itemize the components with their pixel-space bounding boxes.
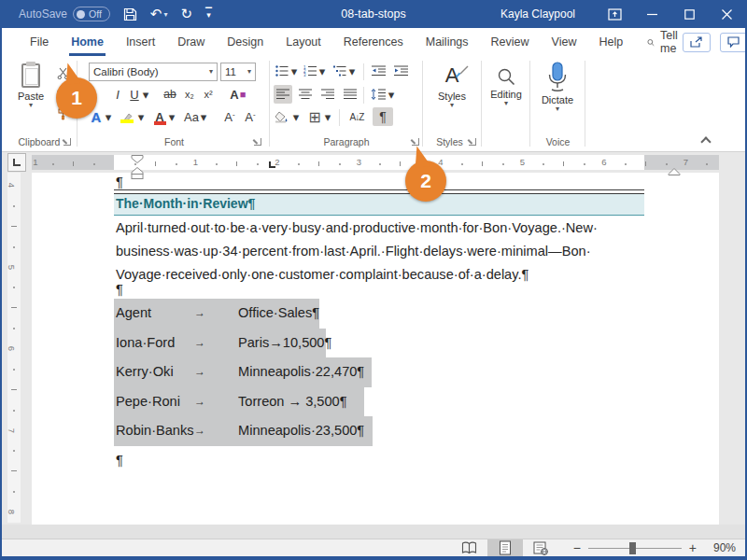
right-indent-marker[interactable] — [668, 162, 681, 179]
read-mode-button[interactable] — [452, 539, 487, 556]
undo-button[interactable]: ↶▾ — [150, 6, 168, 22]
tab-design[interactable]: Design — [216, 28, 275, 56]
text-effects-dropdown-icon[interactable]: ▾ — [105, 107, 112, 126]
align-left-button[interactable] — [274, 85, 292, 104]
editing-dropdown-icon[interactable]: ▾ — [504, 100, 508, 107]
table-row[interactable]: Robin·Banks → Minneapolis·23,500¶ — [114, 416, 674, 446]
decrease-indent-button[interactable] — [369, 62, 388, 80]
grow-font-button[interactable]: Aˆ — [220, 107, 239, 126]
table-row[interactable]: Kerry·Oki → Minneapolis·22,470¶ — [114, 357, 674, 387]
underline-button[interactable]: U — [127, 85, 142, 104]
styles-dropdown-icon[interactable]: ▾ — [450, 102, 454, 109]
styles-dialog-launcher[interactable] — [469, 138, 476, 146]
tab-draw[interactable]: Draw — [166, 28, 216, 56]
increase-indent-button[interactable] — [391, 62, 410, 80]
autosave-toggle[interactable]: Off — [73, 7, 110, 21]
sort-button[interactable]: A↓Z — [345, 107, 369, 126]
save-button[interactable] — [123, 7, 137, 21]
show-hide-formatting-button[interactable]: ¶ — [373, 107, 393, 126]
paragraph-dialog-launcher[interactable] — [412, 138, 419, 146]
strikethrough-button[interactable]: ab — [161, 85, 179, 104]
zoom-in-button[interactable]: + — [689, 541, 697, 554]
highlight-dropdown-icon[interactable]: ▾ — [137, 107, 145, 126]
borders-button[interactable]: ⊞ — [305, 107, 324, 126]
paste-button[interactable]: Paste ▾ — [11, 63, 50, 109]
horizontal-ruler[interactable]: 11234567 — [32, 155, 719, 170]
change-case-dropdown-icon[interactable]: ▾ — [200, 107, 207, 126]
tab-review[interactable]: Review — [480, 28, 541, 56]
line-spacing-button[interactable] — [368, 85, 388, 104]
shrink-font-button[interactable]: Aˇ — [241, 107, 260, 126]
subscript-button[interactable]: x₂ — [181, 85, 198, 104]
maximize-button[interactable] — [670, 0, 708, 28]
share-button[interactable] — [683, 33, 711, 52]
line-spacing-dropdown-icon[interactable]: ▾ — [388, 85, 395, 104]
font-name-dropdown-icon[interactable]: ▾ — [209, 68, 213, 76]
align-right-button[interactable] — [318, 85, 337, 104]
change-case-button[interactable]: Aa — [181, 107, 202, 126]
indent-markers[interactable] — [131, 155, 144, 184]
horizontal-scrollbar[interactable] — [2, 525, 745, 539]
shading-dropdown-icon[interactable]: ▾ — [292, 107, 300, 126]
table-row[interactable]: Iona·Ford → Paris→10,500¶ — [114, 329, 674, 358]
tab-view[interactable]: View — [541, 28, 588, 56]
table-row[interactable]: Pepe·Roni → Torreon → 3,500¶ — [114, 387, 674, 417]
autosave-control[interactable]: AutoSave Off — [19, 7, 110, 21]
align-center-button[interactable] — [296, 85, 315, 104]
ribbon-display-options-button[interactable] — [596, 0, 633, 28]
tab-selector[interactable] — [7, 153, 26, 172]
user-name[interactable]: Kayla Claypool — [500, 7, 575, 21]
zoom-level[interactable]: 90% — [704, 541, 736, 554]
clear-formatting-button[interactable]: A ◆ — [228, 85, 248, 104]
justify-button[interactable] — [341, 85, 359, 104]
undo-dropdown-icon[interactable]: ▾ — [163, 10, 167, 19]
comments-button[interactable] — [720, 33, 747, 52]
redo-button[interactable]: ↻ — [180, 6, 192, 22]
styles-button[interactable]: A Styles ▾ — [429, 63, 475, 109]
underline-dropdown-icon[interactable]: ▾ — [142, 85, 149, 104]
bullets-button[interactable] — [274, 62, 290, 80]
tab-home[interactable]: Home — [60, 28, 115, 56]
borders-dropdown-icon[interactable]: ▾ — [324, 107, 331, 126]
document-page[interactable]: ¶ The·Month·in·Review¶ April·turned·out·… — [32, 173, 719, 539]
font-dialog-launcher[interactable] — [254, 138, 261, 146]
clipboard-dialog-launcher[interactable] — [63, 138, 71, 146]
tab-insert[interactable]: Insert — [115, 28, 166, 56]
zoom-out-button[interactable]: − — [573, 541, 581, 554]
paste-dropdown-icon[interactable]: ▾ — [29, 102, 33, 109]
tab-layout[interactable]: Layout — [275, 28, 332, 56]
close-button[interactable] — [708, 0, 745, 28]
table-row[interactable]: Agent → Office·Sales¶ — [114, 299, 674, 329]
font-name-combobox[interactable]: Calibri (Body) ▾ — [89, 63, 218, 81]
superscript-button[interactable]: x² — [200, 85, 217, 104]
multilevel-list-button[interactable] — [331, 62, 348, 80]
tab-help[interactable]: Help — [587, 28, 634, 56]
font-size-combobox[interactable]: 11 ▾ — [220, 63, 256, 81]
group-separator — [529, 61, 530, 147]
italic-button[interactable]: I — [110, 85, 125, 104]
minimize-button[interactable] — [633, 0, 670, 28]
tab-references[interactable]: References — [332, 28, 415, 56]
collapse-ribbon-icon[interactable] — [700, 136, 711, 147]
customize-qat-button[interactable]: ▔▾ — [205, 11, 212, 17]
editing-button[interactable]: Editing ▾ — [484, 67, 529, 107]
tab-stop-marker[interactable] — [269, 161, 275, 168]
numbering-dropdown-icon[interactable]: ▾ — [318, 62, 326, 80]
dictate-dropdown-icon[interactable]: ▾ — [556, 105, 559, 113]
font-color-dropdown-icon[interactable]: ▾ — [168, 107, 176, 126]
highlight-color-button[interactable] — [118, 107, 136, 126]
print-layout-button[interactable] — [487, 539, 523, 556]
bullets-dropdown-icon[interactable]: ▾ — [290, 62, 298, 80]
zoom-slider-thumb[interactable] — [629, 542, 636, 554]
font-size-dropdown-icon[interactable]: ▾ — [247, 68, 251, 76]
tell-me-control[interactable]: Tell me — [647, 29, 683, 55]
dictate-button[interactable]: Dictate ▾ — [535, 62, 580, 113]
tab-mailings[interactable]: Mailings — [415, 28, 480, 56]
zoom-slider[interactable] — [588, 548, 682, 549]
numbering-button[interactable]: 123 — [302, 62, 318, 80]
web-layout-button[interactable] — [523, 539, 558, 556]
tab-file[interactable]: File — [19, 28, 60, 56]
font-color-button[interactable]: A — [151, 107, 168, 126]
multilevel-dropdown-icon[interactable]: ▾ — [348, 62, 356, 80]
shading-button[interactable] — [272, 107, 292, 126]
